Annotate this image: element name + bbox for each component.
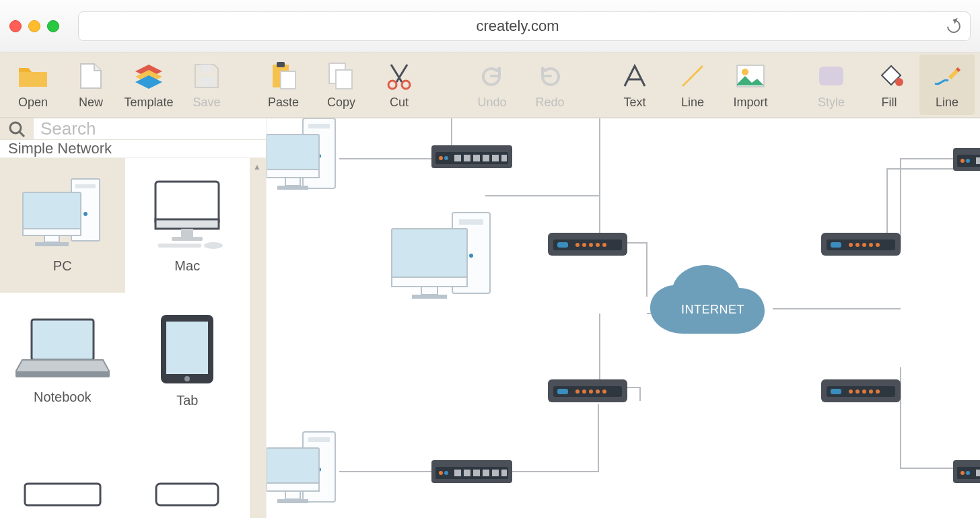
- svg-point-13: [10, 122, 21, 133]
- svg-point-8: [402, 81, 410, 89]
- line-style-label: Line: [936, 96, 958, 110]
- svg-rect-21: [155, 182, 219, 225]
- svg-point-36: [439, 156, 443, 160]
- svg-rect-110: [421, 287, 438, 295]
- svg-rect-115: [267, 448, 319, 486]
- svg-point-75: [589, 390, 593, 394]
- line-label: Line: [681, 96, 704, 110]
- svg-rect-25: [158, 244, 201, 248]
- diagram-canvas[interactable]: INTERNET: [267, 118, 980, 518]
- svg-rect-19: [44, 235, 59, 242]
- switch-icon[interactable]: [953, 460, 980, 483]
- svg-point-95: [966, 471, 970, 475]
- svg-rect-51: [483, 470, 489, 476]
- undo-label: Undo: [477, 96, 506, 110]
- svg-point-26: [204, 242, 223, 249]
- folder-icon: [18, 61, 48, 91]
- svg-point-67: [862, 243, 866, 247]
- undo-icon: [477, 61, 508, 91]
- svg-rect-103: [285, 178, 300, 186]
- shape-tab-label: Tab: [176, 393, 198, 408]
- reload-icon[interactable]: [944, 16, 963, 35]
- svg-point-59: [589, 243, 593, 247]
- svg-rect-41: [483, 155, 489, 161]
- save-button[interactable]: Save: [179, 54, 234, 115]
- router-icon[interactable]: [548, 233, 627, 256]
- import-button[interactable]: Import: [723, 54, 778, 115]
- router-icon[interactable]: [548, 379, 627, 402]
- svg-rect-99: [308, 124, 330, 128]
- svg-rect-18: [23, 229, 81, 235]
- svg-rect-0: [201, 65, 211, 73]
- router-icon[interactable]: [821, 233, 901, 256]
- new-label: New: [79, 96, 103, 110]
- cut-button[interactable]: Cut: [372, 54, 427, 115]
- svg-rect-109: [392, 277, 467, 287]
- internet-label: INTERNET: [681, 303, 744, 317]
- svg-point-16: [83, 212, 88, 216]
- shape-notebook[interactable]: Notebook: [0, 293, 125, 427]
- svg-rect-102: [267, 170, 319, 178]
- svg-point-66: [855, 243, 860, 247]
- fill-icon: [874, 61, 905, 91]
- close-window-button[interactable]: [9, 20, 22, 32]
- svg-rect-40: [473, 155, 480, 161]
- svg-point-84: [869, 390, 873, 394]
- switch-icon[interactable]: [953, 148, 980, 171]
- internet-cloud[interactable]: [650, 265, 765, 334]
- new-file-icon: [75, 61, 106, 91]
- switch-icon[interactable]: [431, 460, 512, 483]
- pc-node[interactable]: [267, 432, 335, 503]
- router-icon[interactable]: [821, 379, 901, 402]
- palette-scrollbar[interactable]: [250, 158, 266, 518]
- redo-button[interactable]: Redo: [522, 54, 578, 115]
- shape-generic-1[interactable]: [0, 427, 125, 518]
- svg-rect-49: [464, 470, 470, 476]
- search-input[interactable]: [34, 118, 266, 139]
- svg-point-7: [388, 81, 396, 89]
- open-button[interactable]: Open: [5, 54, 61, 115]
- svg-rect-50: [473, 470, 480, 476]
- shape-generic-2[interactable]: [125, 427, 250, 518]
- svg-rect-108: [392, 229, 467, 280]
- line-icon: [677, 61, 708, 91]
- save-icon: [191, 61, 222, 91]
- address-bar[interactable]: creately.com: [78, 11, 971, 41]
- svg-rect-117: [285, 491, 300, 499]
- svg-rect-56: [557, 242, 568, 248]
- svg-rect-80: [831, 389, 841, 394]
- switch-icon[interactable]: [431, 145, 512, 168]
- fill-label: Fill: [882, 96, 897, 110]
- paste-label: Paste: [268, 96, 299, 110]
- minimize-window-button[interactable]: [28, 20, 40, 32]
- copy-button[interactable]: Copy: [314, 54, 369, 115]
- svg-point-88: [960, 159, 965, 163]
- pc-node[interactable]: [392, 213, 490, 299]
- svg-point-61: [602, 243, 606, 247]
- new-button[interactable]: New: [63, 54, 118, 115]
- line-tool-button[interactable]: Line: [665, 54, 720, 115]
- text-tool-button[interactable]: Text: [607, 54, 662, 115]
- svg-rect-1: [199, 77, 214, 86]
- svg-rect-6: [336, 70, 352, 89]
- template-button[interactable]: Template: [121, 54, 176, 115]
- svg-rect-43: [501, 155, 507, 161]
- undo-button[interactable]: Undo: [464, 54, 520, 115]
- svg-rect-90: [976, 157, 980, 164]
- svg-point-58: [582, 243, 586, 247]
- shape-search-bar: [0, 118, 266, 140]
- search-icon[interactable]: [0, 118, 34, 139]
- open-label: Open: [18, 96, 48, 110]
- style-button[interactable]: Style: [804, 54, 859, 115]
- pc-node[interactable]: [267, 118, 335, 190]
- shape-mac[interactable]: Mac: [125, 158, 250, 293]
- svg-rect-48: [454, 470, 461, 476]
- line-style-button[interactable]: Line: [919, 54, 975, 115]
- maximize-window-button[interactable]: [47, 20, 59, 32]
- svg-rect-3: [277, 62, 285, 67]
- svg-rect-42: [492, 155, 499, 161]
- shape-pc[interactable]: PC: [0, 158, 125, 293]
- shape-tab[interactable]: Tab: [125, 293, 250, 427]
- fill-button[interactable]: Fill: [862, 54, 917, 115]
- paste-button[interactable]: Paste: [256, 54, 311, 115]
